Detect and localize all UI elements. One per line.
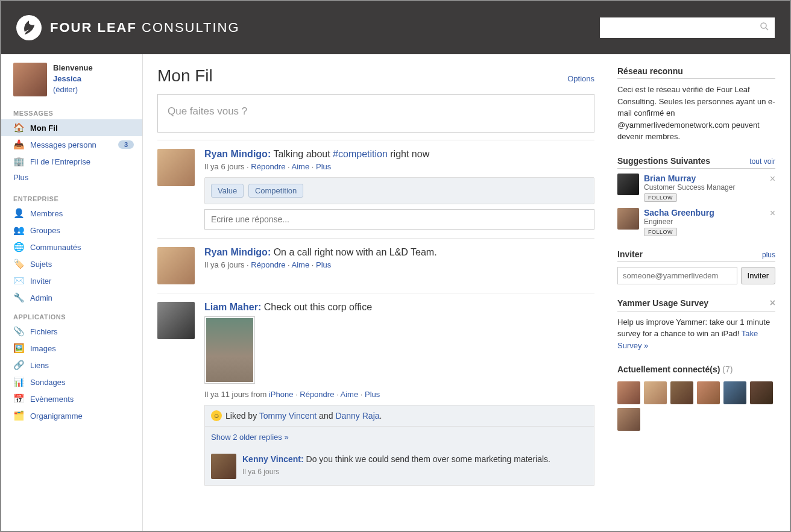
suggestion-name[interactable]: Brian Murray — [644, 174, 735, 183]
avatar[interactable] — [750, 381, 773, 404]
sidebar: Bienvenue Jessica (éditer) MESSAGES 🏠 Mo… — [1, 54, 143, 531]
sidebar-item-files[interactable]: 📎Fichiers — [1, 323, 142, 340]
close-icon[interactable]: × — [770, 298, 775, 308]
post-author-link[interactable]: Ryan Mindigo: — [204, 247, 271, 257]
follow-button[interactable]: FOLLOW — [644, 193, 677, 202]
close-icon[interactable]: × — [770, 208, 775, 219]
brand: FOUR LEAF CONSULTING — [16, 15, 240, 40]
reply-input[interactable] — [204, 209, 594, 230]
sidebar-item-links[interactable]: 🔗Liens — [1, 357, 142, 374]
reply-link[interactable]: Répondre — [251, 162, 285, 171]
reply-link[interactable]: Répondre — [300, 390, 334, 399]
tag-icon: 🏷️ — [13, 258, 24, 269]
sidebar-item-events[interactable]: 📅Evènements — [1, 390, 142, 407]
post-meta: Il ya 11 jours from iPhone · Répondre · … — [204, 390, 594, 399]
source-link[interactable]: iPhone — [269, 390, 293, 399]
liked-by-bar: ☺ Liked by Tommy Vincent and Danny Raja. — [204, 405, 594, 427]
online-head: Actuellement connecté(s) — [617, 365, 720, 374]
avatar[interactable] — [157, 302, 195, 339]
avatar[interactable] — [670, 381, 693, 404]
like-link[interactable]: Aime — [341, 390, 359, 399]
section-head-entreprise: ENTREPRISE — [1, 188, 142, 205]
avatar[interactable] — [13, 63, 47, 96]
reply-link[interactable]: Répondre — [251, 260, 285, 269]
welcome-greeting: Bienvenue — [53, 63, 93, 74]
like-link[interactable]: Aime — [292, 162, 310, 171]
network-body: Ceci est le réseau vérifié de Four Leaf … — [617, 84, 775, 143]
sidebar-item-my-feed[interactable]: 🏠 Mon Fil — [1, 119, 142, 136]
post-author-link[interactable]: Ryan Mindigo: — [204, 149, 271, 159]
sidebar-item-polls[interactable]: 📊Sondages — [1, 374, 142, 390]
close-icon[interactable]: × — [770, 174, 775, 184]
feed-post: Liam Maher: Check out this corp office I… — [157, 293, 594, 494]
attachment-thumbnail[interactable] — [204, 316, 255, 384]
sidebar-item-company-feed[interactable]: 🏢 Fil de l'Entreprise — [1, 153, 142, 170]
avatar[interactable] — [617, 208, 639, 230]
suggestion-role: Engineer — [644, 217, 714, 226]
like-link[interactable]: Aime — [292, 260, 310, 269]
see-all-link[interactable]: tout voir — [749, 157, 775, 166]
liker-link[interactable]: Tommy Vincent — [259, 411, 317, 421]
sidebar-item-invite[interactable]: ✉️Inviter — [1, 272, 142, 289]
sidebar-item-topics[interactable]: 🏷️Sujets — [1, 255, 142, 272]
sidebar-item-members[interactable]: 👤Membres — [1, 205, 142, 222]
section-head-messages: MESSAGES — [1, 102, 142, 119]
avatar[interactable] — [617, 381, 640, 404]
mail-icon: ✉️ — [13, 275, 24, 286]
reply-meta: Il ya 6 jours — [242, 467, 550, 477]
liker-link[interactable]: Danny Raja — [335, 411, 379, 421]
avatar[interactable] — [157, 247, 195, 284]
inbox-icon: 📥 — [13, 139, 24, 150]
post-content: Ryan Mindigo: Talking about #competition… — [204, 149, 594, 160]
sidebar-item-groups[interactable]: 👥Groupes — [1, 222, 142, 239]
topic-tag[interactable]: Competition — [248, 184, 303, 198]
invite-more-link[interactable]: plus — [762, 251, 775, 259]
reply-author-link[interactable]: Kenny Vincent: — [242, 454, 304, 464]
search-input[interactable] — [605, 23, 759, 33]
post-meta: Il ya 6 jours · Répondre · Aime · Plus — [204, 162, 594, 171]
search-box[interactable] — [600, 17, 775, 38]
post-author-link[interactable]: Liam Maher: — [204, 302, 261, 312]
svg-point-0 — [761, 23, 766, 28]
person-icon: 👤 — [13, 208, 24, 219]
invite-email-input[interactable] — [617, 267, 737, 284]
welcome-username[interactable]: Jessica — [53, 74, 81, 83]
link-icon: 🔗 — [13, 360, 24, 371]
composer-input[interactable]: Que faites vous ? — [157, 94, 594, 133]
right-column: Réseau reconnu Ceci est le réseau vérifi… — [609, 54, 790, 531]
hashtag-link[interactable]: #competition — [333, 149, 388, 159]
search-icon[interactable] — [759, 21, 770, 35]
avatar[interactable] — [211, 454, 236, 479]
topic-tag[interactable]: Value — [211, 184, 244, 198]
smiley-icon: ☺ — [211, 410, 222, 421]
group-icon: 👥 — [13, 225, 24, 236]
sidebar-item-communities[interactable]: 🌐Communautés — [1, 239, 142, 255]
more-link[interactable]: Plus — [316, 162, 331, 171]
sidebar-more-messages[interactable]: Plus — [1, 170, 142, 188]
invite-button[interactable]: Inviter — [741, 267, 775, 284]
sidebar-item-private-messages[interactable]: 📥 Messages personn 3 — [1, 136, 142, 153]
unread-badge: 3 — [118, 140, 134, 149]
avatar[interactable] — [617, 408, 640, 431]
more-link[interactable]: Plus — [365, 390, 380, 399]
avatar[interactable] — [157, 149, 195, 186]
online-users — [617, 381, 775, 431]
online-count: (7) — [722, 365, 733, 374]
follow-button[interactable]: FOLLOW — [644, 228, 677, 236]
header: FOUR LEAF CONSULTING — [1, 1, 790, 54]
avatar[interactable] — [697, 381, 720, 404]
avatar[interactable] — [723, 381, 746, 404]
home-icon: 🏠 — [13, 122, 24, 133]
suggestion-name[interactable]: Sacha Greenburg — [644, 208, 714, 217]
sidebar-item-orgchart[interactable]: 🗂️Organigramme — [1, 407, 142, 424]
edit-profile-link[interactable]: (éditer) — [53, 85, 78, 94]
sidebar-item-admin[interactable]: 🔧Admin — [1, 289, 142, 306]
avatar[interactable] — [644, 381, 667, 404]
wrench-icon: 🔧 — [13, 292, 24, 303]
avatar[interactable] — [617, 174, 639, 195]
sidebar-item-images[interactable]: 🖼️Images — [1, 340, 142, 357]
show-older-replies[interactable]: Show 2 older replies » — [204, 427, 594, 448]
feed-options-link[interactable]: Options — [567, 74, 594, 83]
survey-head: Yammer Usage Survey — [617, 298, 708, 308]
more-link[interactable]: Plus — [316, 260, 331, 269]
